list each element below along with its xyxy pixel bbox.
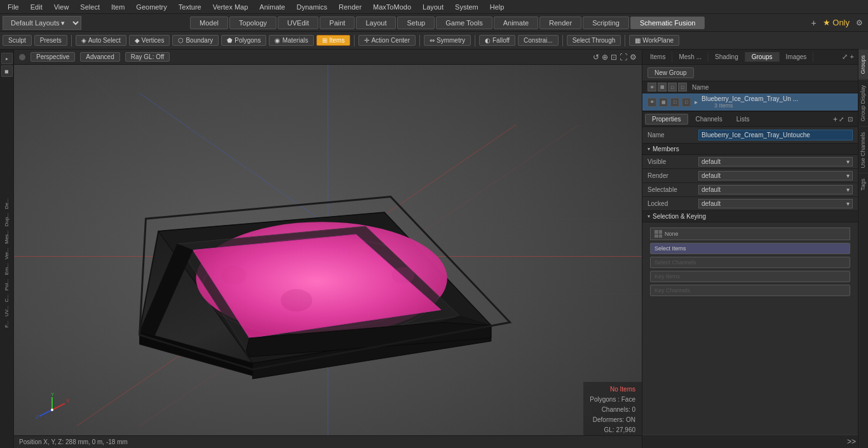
expand-icon[interactable]: ⤢: [842, 53, 848, 61]
locked-arrow-icon: ▾: [846, 200, 850, 207]
tab-setup[interactable]: Setup: [397, 17, 435, 29]
tab-paint[interactable]: Paint: [320, 17, 355, 29]
raygl-button[interactable]: Ray GL: Off: [125, 52, 170, 62]
tab-animate[interactable]: Animate: [494, 17, 538, 29]
menu-maxtomodo[interactable]: MaxToModo: [368, 2, 416, 12]
svg-text:Y: Y: [51, 391, 55, 397]
sel-keying-header[interactable]: ▾ Selection & Keying: [642, 211, 858, 222]
constrain-button[interactable]: Constrai...: [518, 35, 559, 46]
group-item[interactable]: 👁 ▦ □ □ ▸ Blueberry_Ice_Cream_Tray_Un ..…: [642, 93, 858, 111]
tab-render[interactable]: Render: [539, 17, 581, 29]
tab-gametools[interactable]: Game Tools: [436, 17, 492, 29]
advanced-button[interactable]: Advanced: [80, 52, 119, 62]
prop-tab-properties[interactable]: Properties: [645, 114, 688, 125]
layout-dropdown[interactable]: Default Layouts ▾: [3, 16, 81, 30]
menu-layout[interactable]: Layout: [417, 2, 449, 12]
boundary-button[interactable]: ⬡ Boundary: [172, 35, 219, 46]
group-sq1-icon[interactable]: □: [670, 98, 679, 107]
vp-fit-icon[interactable]: ⊡: [611, 53, 617, 62]
menu-file[interactable]: File: [3, 2, 24, 12]
polygons-button[interactable]: ⬟ Polygons: [221, 35, 266, 46]
menu-animate[interactable]: Animate: [254, 2, 290, 12]
tab-layout[interactable]: Layout: [356, 17, 396, 29]
presets-button[interactable]: Presets: [34, 35, 67, 46]
star-only-button[interactable]: ★ Only: [819, 18, 853, 27]
position-bar: Position X, Y, Z: 288 mm, 0 m, -18 mm: [14, 435, 642, 448]
group-expand-icon[interactable]: ▸: [695, 98, 698, 105]
symmetry-button[interactable]: ⇔ Symmetry: [424, 35, 471, 46]
prop-expand-icon[interactable]: ⤢: [839, 116, 844, 123]
vtab-tags[interactable]: Tags: [858, 173, 868, 196]
workplane-button[interactable]: ▦ WorkPlane: [629, 35, 679, 46]
prop-tab-channels[interactable]: Channels: [689, 114, 729, 124]
select-through-button[interactable]: Select Through: [567, 35, 621, 46]
add-layout-button[interactable]: +: [811, 18, 816, 28]
tab-schematic-fusion[interactable]: Schematic Fusion: [630, 17, 705, 29]
group-eye-icon[interactable]: 👁: [648, 98, 656, 107]
select-items-button[interactable]: Select Items: [650, 243, 850, 254]
vtab-use-channels[interactable]: Use Channels: [858, 126, 868, 173]
vertices-button[interactable]: ◆ Vertices: [129, 35, 170, 46]
menu-geometry[interactable]: Geometry: [131, 2, 172, 12]
name-input[interactable]: [698, 130, 853, 140]
items-button[interactable]: ⊞ Items: [316, 35, 350, 46]
prop-tab-plus[interactable]: +: [833, 115, 837, 124]
tab-topology[interactable]: Topology: [229, 17, 276, 29]
materials-button[interactable]: ◉ Materials: [269, 35, 314, 46]
none-button[interactable]: None: [650, 227, 850, 240]
prop-tab-icons: ⤢ ⊡: [839, 116, 855, 123]
vtab-groups[interactable]: Groups: [858, 50, 868, 79]
expand-panel-button[interactable]: >>: [642, 435, 858, 448]
left-tool-top[interactable]: ▸: [1, 53, 13, 64]
render-select[interactable]: default ▾: [698, 171, 853, 180]
locked-select[interactable]: default ▾: [698, 199, 853, 208]
menu-item[interactable]: Item: [106, 2, 130, 12]
menu-edit[interactable]: Edit: [25, 2, 48, 12]
action-center-button[interactable]: ✛ Action Center: [358, 35, 416, 46]
panel-tab-mesh[interactable]: Mesh ...: [672, 52, 709, 62]
settings-icon[interactable]: ⚙: [856, 18, 863, 27]
key-items-button[interactable]: Key Items: [650, 271, 850, 282]
prop-minimize-icon[interactable]: ⊡: [848, 116, 853, 123]
vp-settings-icon[interactable]: ⚙: [630, 53, 637, 62]
plus-icon[interactable]: +: [850, 53, 854, 61]
group-mesh-icon[interactable]: ▦: [659, 98, 668, 107]
falloff-button[interactable]: ◐ Falloff: [479, 35, 515, 46]
tab-uvedit[interactable]: UVEdit: [278, 17, 318, 29]
menu-system[interactable]: System: [450, 2, 484, 12]
vtab-group-display[interactable]: Group Display: [858, 79, 868, 126]
sculpt-button[interactable]: Sculpt: [3, 35, 32, 46]
menu-view[interactable]: View: [49, 2, 74, 12]
tab-model[interactable]: Model: [190, 17, 228, 29]
auto-select-button[interactable]: ◈ Auto Select: [76, 35, 126, 46]
selectable-select[interactable]: default ▾: [698, 185, 853, 194]
panel-tabs: Items Mesh ... Shading Groups Images ⤢ +: [642, 50, 858, 65]
groups-list: 👁 ▦ □ □ ▸ Blueberry_Ice_Cream_Tray_Un ..…: [642, 93, 858, 112]
menu-select[interactable]: Select: [75, 2, 105, 12]
group-sq2-icon[interactable]: □: [682, 98, 691, 107]
menu-help[interactable]: Help: [485, 2, 510, 12]
prop-tab-lists[interactable]: Lists: [730, 114, 756, 124]
panel-tab-groups[interactable]: Groups: [745, 52, 780, 62]
vp-cam-dot[interactable]: [19, 54, 25, 60]
new-group-button[interactable]: New Group: [648, 67, 694, 78]
panel-tab-items[interactable]: Items: [644, 52, 672, 62]
visible-select[interactable]: default ▾: [698, 157, 853, 166]
vp-fullscreen-icon[interactable]: ⛶: [620, 53, 627, 62]
menu-render[interactable]: Render: [334, 2, 367, 12]
vp-zoom-icon[interactable]: ⊕: [602, 53, 608, 62]
perspective-button[interactable]: Perspective: [31, 52, 75, 62]
viewport-canvas[interactable]: X Y Z No Items Polygons : Face Channels:…: [14, 65, 642, 448]
tab-scripting[interactable]: Scripting: [583, 17, 629, 29]
select-channels-button[interactable]: Select Channels: [650, 257, 850, 268]
panel-tab-images[interactable]: Images: [780, 52, 814, 62]
menu-vertexmap[interactable]: Vertex Map: [208, 2, 254, 12]
key-channels-button[interactable]: Key Channels: [650, 285, 850, 296]
menu-texture[interactable]: Texture: [173, 2, 207, 12]
left-tool-2[interactable]: ◼: [1, 65, 13, 77]
vp-rotate-icon[interactable]: ↺: [593, 53, 599, 62]
main-area: ▸ ◼ De... Dup... Mes... Ver... Em... Pol…: [0, 50, 868, 448]
members-section-header[interactable]: ▾ Members: [642, 144, 858, 155]
panel-tab-shading[interactable]: Shading: [709, 52, 745, 62]
menu-dynamics[interactable]: Dynamics: [292, 2, 332, 12]
